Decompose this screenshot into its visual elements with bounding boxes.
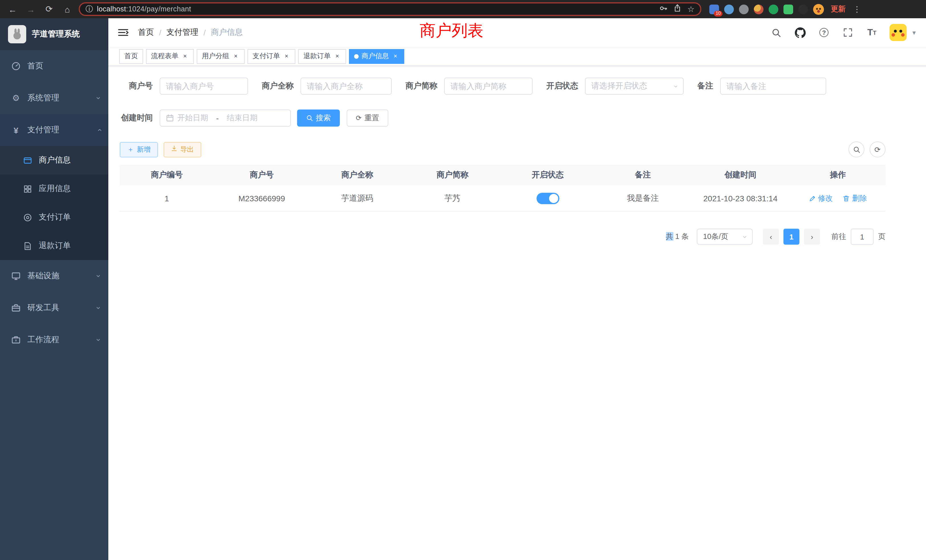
tab-home[interactable]: 首页: [119, 49, 143, 64]
document-icon: [23, 241, 32, 250]
edit-button[interactable]: 修改: [809, 193, 833, 203]
tab-process-form[interactable]: 流程表单×: [146, 49, 194, 64]
browser-forward-icon[interactable]: →: [24, 2, 38, 16]
password-key-icon[interactable]: [660, 4, 668, 15]
date-start-placeholder: 开始日期: [177, 113, 208, 123]
date-end-placeholder: 结束日期: [227, 113, 257, 123]
fullscreen-icon[interactable]: [841, 26, 854, 39]
hamburger-icon[interactable]: [118, 27, 129, 38]
page-size-select[interactable]: 10条/页 ›: [697, 229, 753, 245]
sidebar-item-pay-order[interactable]: 支付订单: [0, 203, 108, 232]
top-navbar: 首页 / 支付管理 / 商户信息 商户列表 ? TT ▼: [108, 18, 926, 47]
prev-page-button[interactable]: ‹: [763, 229, 779, 245]
sidebar: 芋道管理系统 首页 ⚙ 系统管理 › ¥ 支付管理 › 商户信息: [0, 18, 108, 560]
merchant-name-label: 商户全称: [262, 81, 294, 91]
sidebar-item-system[interactable]: ⚙ 系统管理 ›: [0, 82, 108, 114]
delete-button[interactable]: 删除: [843, 193, 867, 203]
tab-user-group[interactable]: 用户分组×: [197, 49, 245, 64]
share-icon[interactable]: [674, 4, 682, 14]
cell-merchant-no: M233666999: [214, 194, 310, 203]
sidebar-item-label: 工作流程: [27, 335, 59, 345]
sidebar-item-payment[interactable]: ¥ 支付管理 ›: [0, 114, 108, 146]
user-avatar[interactable]: [890, 24, 906, 41]
create-time-range-picker[interactable]: 开始日期 - 结束日期: [160, 109, 291, 127]
tab-merchant-info[interactable]: 商户信息×: [349, 49, 404, 64]
sidebar-item-label: 首页: [27, 61, 43, 71]
status-toggle[interactable]: [536, 192, 559, 204]
sidebar-item-dev-tools[interactable]: 研发工具 ›: [0, 292, 108, 324]
browser-reload-icon[interactable]: ⟳: [42, 2, 56, 16]
sidebar-item-merchant-info[interactable]: 商户信息: [0, 146, 108, 174]
github-icon[interactable]: [794, 26, 806, 39]
goto-page-input[interactable]: [851, 229, 873, 245]
export-button-label: 导出: [180, 145, 194, 154]
close-icon[interactable]: ×: [181, 53, 189, 60]
breadcrumb: 首页 / 支付管理 / 商户信息: [138, 27, 243, 38]
browser-profile-avatar[interactable]: [813, 4, 824, 15]
extension-icon[interactable]: [769, 4, 778, 14]
page-content: 商户号 商户全称 商户简称 开启状态 请选择开启状态: [108, 66, 926, 245]
browser-update-button[interactable]: 更新: [831, 4, 846, 14]
close-icon[interactable]: ×: [334, 53, 341, 60]
browser-chrome: ← → ⟳ ⌂ ⓘ localhost:1024/pay/merchant ☆ …: [0, 0, 926, 18]
page-1-button[interactable]: 1: [784, 229, 799, 245]
remark-input[interactable]: [726, 82, 820, 91]
add-button[interactable]: ＋ 新增: [120, 142, 158, 157]
extension-icon[interactable]: [784, 4, 793, 14]
next-page-button[interactable]: ›: [804, 229, 820, 245]
breadcrumb-home[interactable]: 首页: [138, 27, 154, 38]
delete-button-label: 删除: [852, 193, 867, 203]
breadcrumb-payment[interactable]: 支付管理: [166, 27, 198, 38]
tab-refund-order[interactable]: 退款订单×: [298, 49, 346, 64]
tab-label: 流程表单: [151, 51, 179, 61]
export-button[interactable]: 导出: [163, 142, 201, 157]
pagination-total: 共 1 条: [666, 232, 689, 242]
col-actions: 操作: [790, 170, 885, 180]
chevron-down-icon: ›: [94, 339, 103, 341]
cell-create-time: 2021-10-23 08:31:14: [690, 194, 790, 203]
status-select[interactable]: 请选择开启状态 ›: [585, 77, 684, 95]
browser-address-bar[interactable]: ⓘ localhost:1024/pay/merchant ☆: [79, 2, 701, 16]
merchant-name-input[interactable]: [307, 82, 386, 91]
merchant-no-input[interactable]: [166, 82, 242, 91]
site-info-icon[interactable]: ⓘ: [86, 4, 93, 14]
merchant-short-input[interactable]: [451, 82, 526, 91]
browser-home-icon[interactable]: ⌂: [61, 2, 74, 16]
avatar-caret-icon: ▼: [911, 29, 917, 36]
status-placeholder: 请选择开启状态: [591, 81, 647, 91]
sidebar-item-refund-order[interactable]: 退款订单: [0, 232, 108, 260]
sidebar-item-app-info[interactable]: 应用信息: [0, 174, 108, 203]
extension-icon[interactable]: [754, 4, 764, 14]
close-icon[interactable]: ×: [232, 53, 239, 60]
extension-icon[interactable]: 10: [709, 4, 719, 14]
toggle-search-button[interactable]: [849, 141, 864, 157]
browser-back-icon[interactable]: ←: [6, 2, 20, 16]
cell-merchant-id: 1: [120, 194, 214, 203]
search-icon[interactable]: [770, 26, 782, 39]
tab-label: 用户分组: [202, 51, 229, 61]
search-button[interactable]: 搜索: [297, 109, 340, 127]
reset-button[interactable]: ⟳ 重置: [346, 109, 388, 127]
browser-menu-icon[interactable]: ⋮: [850, 2, 864, 16]
yen-icon: ¥: [11, 126, 21, 135]
help-icon[interactable]: ?: [818, 26, 830, 39]
extension-icon[interactable]: [739, 4, 749, 14]
extension-icon[interactable]: [724, 4, 734, 14]
close-icon[interactable]: ×: [392, 53, 399, 60]
close-icon[interactable]: ×: [283, 53, 290, 60]
sidebar-item-home[interactable]: 首页: [0, 50, 108, 82]
extension-icon[interactable]: [798, 4, 808, 14]
bookmark-star-icon[interactable]: ☆: [687, 5, 694, 14]
sidebar-item-label: 系统管理: [27, 93, 59, 103]
navbar-actions: ? TT ▼: [770, 24, 917, 41]
chevron-down-icon: ›: [741, 236, 749, 238]
sidebar-item-workflow[interactable]: 工作流程 ›: [0, 324, 108, 356]
breadcrumb-separator: /: [204, 28, 206, 37]
table-row: 1 M233666999 芋道源码 芋艿 我是备注 2021-10-23 08:…: [120, 185, 885, 212]
sidebar-item-infrastructure[interactable]: 基础设施 ›: [0, 260, 108, 292]
refresh-icon: ⟳: [356, 114, 362, 122]
tab-pay-order[interactable]: 支付订单×: [247, 49, 295, 64]
font-size-icon[interactable]: TT: [865, 26, 878, 39]
sidebar-logo[interactable]: 芋道管理系统: [0, 18, 108, 50]
refresh-table-button[interactable]: ⟳: [870, 141, 885, 157]
